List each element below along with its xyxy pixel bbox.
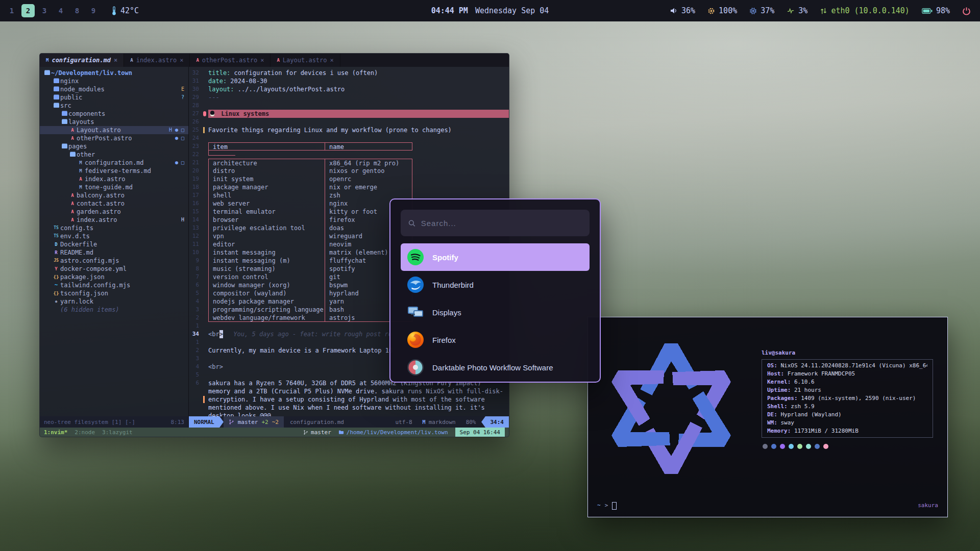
file-tree-item[interactable]: tone-guide.md [40,183,188,191]
file-tree-item[interactable]: tsconfig.json [40,289,188,297]
file-tree-item[interactable]: astro.config.mjs [40,257,188,265]
prompt-symbol: > [605,502,608,510]
brightness-module[interactable]: 100% [707,6,737,15]
terminal-window[interactable]: liv@sakura OS: NixOS 24.11.20240828.71e9… [587,317,948,517]
buffer-tab[interactable]: index.astro × [124,54,190,67]
volume-module[interactable]: 36% [670,6,695,15]
file-tree-item[interactable]: config.ts [40,224,188,232]
file-icon [52,297,60,306]
file-tree-item[interactable]: fediverse-terms.md [40,167,188,175]
file-icon [52,281,60,289]
darktable-icon [407,359,424,376]
cpu-value: 3% [798,6,807,15]
git-sign [203,306,208,314]
editor-line: 6 sakura has a Ryzen 5 7640U, 32GB of DD… [189,379,509,416]
git-segment: master +2 ~2 [224,416,284,428]
line-number: 31 [189,77,203,85]
launcher-item-thunderbird[interactable]: Thunderbird [401,271,590,298]
line-number: 5 [189,289,203,297]
line-number: 6 [189,281,203,289]
table-cell-item: music (streaming) [208,265,325,273]
file-tree-item[interactable]: balcony.astro [40,191,188,199]
fetch-user-host: liv@sakura [762,349,937,357]
battery-module[interactable]: 98% [922,6,950,15]
file-tree-item[interactable]: other [40,151,188,159]
file-tree-item[interactable]: docker-compose.yml [40,265,188,273]
file-tree-item[interactable]: Dockerfile [40,240,188,248]
workspace-button[interactable]: 3 [38,4,51,17]
editor-line: 20 distro nixos or gentoo [189,167,509,175]
file-tree-item[interactable]: pages [40,142,188,151]
file-tree-item[interactable]: tailwind.config.mjs [40,281,188,289]
workspace-button[interactable]: 8 [70,4,84,17]
temperature-module[interactable]: 42°C [111,6,139,16]
brightness-value: 100% [719,6,737,15]
file-tree-item[interactable]: index.astro H [40,216,188,224]
git-sign [203,314,208,322]
network-module[interactable]: eth0 (10.0.0.140) [820,6,910,15]
clock[interactable]: 04:44 PM Wednesday Sep 04 [431,0,549,21]
file-tree-item[interactable]: yarn.lock [40,297,188,306]
file-icon [68,191,77,199]
git-sign [203,167,208,175]
line-number: 25 [189,126,203,134]
line-number: 4 [189,297,203,306]
buffer-tab[interactable]: Layout.astro × [271,54,340,67]
workspace-button[interactable]: 1 [5,4,18,17]
file-tree-item[interactable]: configuration.md ● □ [40,159,188,167]
launcher-item-firefox[interactable]: Firefox [401,326,590,354]
file-tree-item[interactable]: nginx [40,77,188,85]
filetype-icon [277,58,279,63]
buffer-tab[interactable]: otherPost.astro × [190,54,271,67]
tab-close-icon[interactable]: × [114,57,117,64]
file-tree-item[interactable]: contact.astro [40,199,188,208]
table-cell-item: architecture [208,159,325,167]
file-icon [43,71,51,75]
file-tree-item[interactable]: layouts [40,118,188,126]
file-tree-item[interactable]: node_modules E [40,85,188,93]
tmux-window-1[interactable]: 1:nvim* [44,429,67,436]
git-branch-icon [229,419,234,425]
file-tree-item[interactable]: public ? [40,93,188,102]
file-tree-item[interactable]: README.md [40,248,188,257]
launcher-item-spotify[interactable]: Spotify [401,243,590,271]
cpu-module[interactable]: 3% [787,6,807,15]
power-button[interactable] [962,7,971,15]
table-cell-item: terminal emulator [208,208,325,216]
memory-module[interactable]: 37% [749,6,774,15]
file-tree-item[interactable]: (6 hidden items) [40,306,188,314]
file-tree-item[interactable]: components [40,110,188,118]
tmux-window-2[interactable]: 2:node [75,429,95,436]
launcher-item-displays[interactable]: Displays [401,298,590,326]
file-tree-item[interactable]: package.json [40,273,188,281]
file-tree-item[interactable]: index.astro [40,175,188,183]
file-tree-item[interactable]: Layout.astro H ● □ [40,126,188,134]
file-icon [52,265,60,273]
git-sign [203,346,208,355]
workspace-button[interactable]: 2 [21,4,35,17]
launcher-results: Spotify Thunderbird Displays Firefox Dar… [401,243,590,381]
file-tree-item[interactable]: garden.astro [40,208,188,216]
file-tree-item[interactable]: src [40,102,188,110]
file-tree-item[interactable]: otherPost.astro ● □ [40,134,188,142]
tab-close-icon[interactable]: × [260,57,264,64]
table-cell-item: instant messaging [208,248,325,257]
search-input[interactable] [421,219,582,228]
tab-close-icon[interactable]: × [180,57,183,64]
shell-prompt[interactable]: ~ > [597,502,617,510]
launcher-search[interactable] [401,210,590,236]
line-number: 1 [189,338,203,346]
workspace-button[interactable]: 9 [87,4,100,17]
file-tree-item[interactable]: env.d.ts [40,232,188,240]
tmux-window-3[interactable]: 3:lazygit [102,429,133,436]
launcher-item-darktable[interactable]: Darktable Photo Workflow Software [401,354,590,381]
table-cell-item: web server [208,199,325,208]
buffer-tab[interactable]: configuration.md × [40,54,124,67]
file-tree-item[interactable]: ~/Development/liv.town [40,69,188,77]
table-cell-item: browser [208,216,325,224]
line-number: 28 [189,102,203,110]
workspace-button[interactable]: 4 [54,4,67,17]
tab-close-icon[interactable]: × [330,57,334,64]
battery-icon [922,8,933,14]
table-cell-name: x86_64 (rip m2 pro) [325,159,412,167]
